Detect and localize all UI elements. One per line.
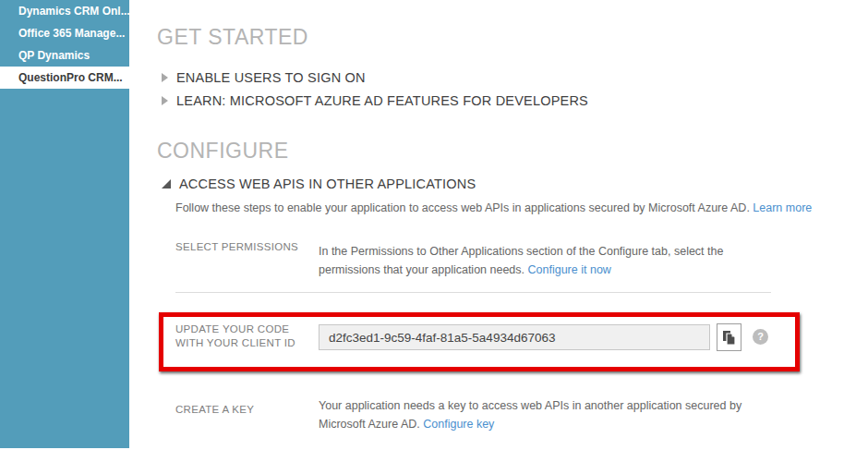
select-permissions-description: In the Permissions to Other Applications… xyxy=(319,242,762,279)
section-enable-users-sign-on[interactable]: ENABLE USERS TO SIGN ON xyxy=(162,70,366,85)
create-key-label: CREATE A KEY xyxy=(175,403,314,417)
app-list-sidebar: Dynamics CRM Onl... Office 365 Manage...… xyxy=(0,0,129,448)
access-web-apis-description: Follow these steps to enable your applic… xyxy=(175,199,831,217)
app-configure-panel: GET STARTED ENABLE USERS TO SIGN ON LEAR… xyxy=(129,0,868,450)
section-learn-azure-ad-features[interactable]: LEARN: MICROSOFT AZURE AD FEATURES FOR D… xyxy=(162,93,588,108)
help-icon[interactable]: ? xyxy=(753,329,768,345)
azure-portal-page: Dynamics CRM Onl... Office 365 Manage...… xyxy=(0,0,868,450)
sidebar-item-office-365[interactable]: Office 365 Manage... xyxy=(0,22,129,44)
copy-client-id-button[interactable] xyxy=(717,323,741,351)
select-permissions-label: SELECT PERMISSIONS xyxy=(175,240,314,254)
section-title: ACCESS WEB APIS IN OTHER APPLICATIONS xyxy=(179,176,476,191)
description-text: Your application needs a key to access w… xyxy=(319,399,741,431)
learn-more-link[interactable]: Learn more xyxy=(753,201,812,214)
sidebar-item-qp-dynamics[interactable]: QP Dynamics xyxy=(0,44,129,67)
client-id-label: UPDATE YOUR CODE WITH YOUR CLIENT ID xyxy=(175,322,314,350)
sidebar-item-dynamics-crm[interactable]: Dynamics CRM Onl... xyxy=(0,0,129,22)
client-id-input[interactable] xyxy=(319,324,710,350)
configure-key-link[interactable]: Configure key xyxy=(423,418,494,431)
section-access-web-apis[interactable]: ACCESS WEB APIS IN OTHER APPLICATIONS xyxy=(162,176,476,191)
section-title: ENABLE USERS TO SIGN ON xyxy=(176,70,366,85)
copy-icon xyxy=(722,330,736,346)
configure-it-now-link[interactable]: Configure it now xyxy=(528,263,611,276)
chevron-right-icon xyxy=(162,73,168,82)
description-text: Follow these steps to enable your applic… xyxy=(175,201,750,214)
section-title: LEARN: MICROSOFT AZURE AD FEATURES FOR D… xyxy=(176,93,588,108)
configure-heading: CONFIGURE xyxy=(157,139,289,164)
triangle-expanded-icon xyxy=(162,179,171,189)
description-text: In the Permissions to Other Applications… xyxy=(319,245,723,276)
row-divider xyxy=(175,292,771,293)
create-key-description: Your application needs a key to access w… xyxy=(319,396,776,433)
chevron-right-icon xyxy=(162,96,168,105)
sidebar-item-questionpro-crm[interactable]: QuestionPro CRM... xyxy=(0,67,129,89)
get-started-heading: GET STARTED xyxy=(157,25,308,50)
